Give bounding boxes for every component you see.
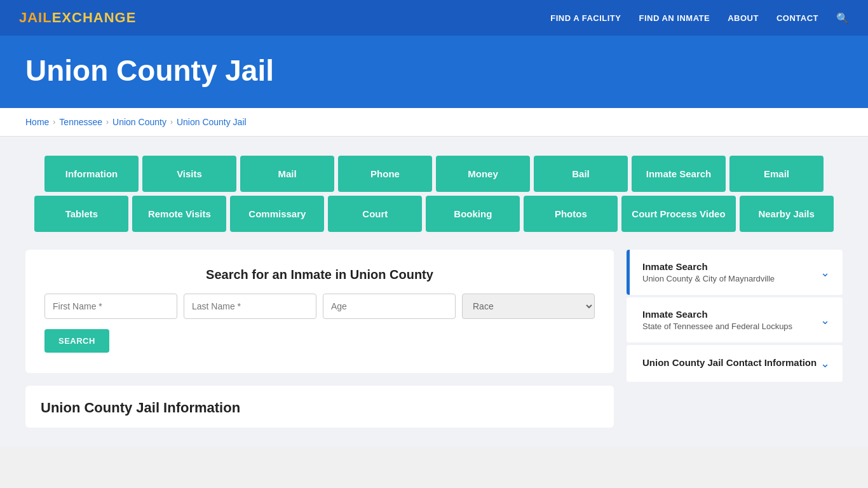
tile-nearby-jails[interactable]: Nearby Jails — [740, 196, 834, 232]
logo-jail: JAIL — [19, 10, 52, 25]
main-content: Information Visits Mail Phone Money Bail… — [0, 137, 868, 447]
left-panel: Search for an Inmate in Union County Rac… — [25, 250, 614, 428]
tile-commissary[interactable]: Commissary — [230, 196, 324, 232]
tile-information[interactable]: Information — [44, 156, 139, 192]
nav-contact[interactable]: CONTACT — [776, 13, 818, 23]
nav-about[interactable]: ABOUT — [728, 13, 759, 23]
info-section: Union County Jail Information — [25, 386, 614, 428]
first-name-input[interactable] — [44, 294, 177, 319]
sidebar-card-title-2: Inmate Search — [642, 309, 792, 320]
site-logo[interactable]: JAILEXCHANGE — [19, 10, 136, 26]
navbar: JAILEXCHANGE FIND A FACILITY FIND AN INM… — [0, 0, 868, 36]
hero-section: Union County Jail — [0, 36, 868, 108]
sidebar-card-contact-info[interactable]: Union County Jail Contact Information ⌄ — [627, 345, 843, 382]
search-heading: Search for an Inmate in Union County — [44, 268, 595, 282]
logo-exchange: EXCHANGE — [52, 10, 137, 25]
chevron-down-icon-1: ⌄ — [820, 266, 830, 280]
tile-grid: Information Visits Mail Phone Money Bail… — [25, 156, 843, 232]
sidebar-card-inmate-search-state[interactable]: Inmate Search State of Tennessee and Fed… — [627, 297, 843, 342]
tile-court-process-video[interactable]: Court Process Video — [621, 196, 735, 232]
race-select[interactable]: Race White Black Hispanic Asian Other — [462, 294, 595, 319]
breadcrumb-sep-1: › — [53, 118, 55, 126]
tile-booking[interactable]: Booking — [426, 196, 520, 232]
breadcrumb-union-county-jail[interactable]: Union County Jail — [177, 117, 247, 127]
breadcrumb-sep-2: › — [106, 118, 109, 126]
breadcrumb-tennessee[interactable]: Tennessee — [59, 117, 102, 127]
search-icon[interactable]: 🔍 — [836, 12, 849, 24]
sidebar-card-subtitle-1: Union County & City of Maynardville — [642, 274, 775, 283]
content-area: Search for an Inmate in Union County Rac… — [25, 250, 843, 428]
chevron-down-icon-3: ⌄ — [820, 356, 830, 370]
tile-visits[interactable]: Visits — [142, 156, 236, 192]
breadcrumb: Home › Tennessee › Union County › Union … — [0, 108, 868, 137]
tile-mail[interactable]: Mail — [240, 156, 334, 192]
sidebar-card-title-1: Inmate Search — [642, 261, 775, 272]
tile-inmate-search[interactable]: Inmate Search — [632, 156, 726, 192]
tile-bail[interactable]: Bail — [534, 156, 628, 192]
search-button[interactable]: SEARCH — [44, 329, 109, 353]
tile-phone[interactable]: Phone — [338, 156, 432, 192]
nav-find-inmate[interactable]: FIND AN INMATE — [639, 13, 710, 23]
tile-photos[interactable]: Photos — [524, 196, 618, 232]
sidebar-card-inmate-search-local[interactable]: Inmate Search Union County & City of May… — [627, 250, 843, 295]
info-section-title: Union County Jail Information — [41, 400, 599, 416]
sidebar-card-subtitle-2: State of Tennessee and Federal Lockups — [642, 322, 792, 331]
breadcrumb-home[interactable]: Home — [25, 117, 49, 127]
tile-tablets[interactable]: Tablets — [34, 196, 128, 232]
chevron-down-icon-2: ⌄ — [820, 313, 830, 327]
tile-email[interactable]: Email — [729, 156, 824, 192]
last-name-input[interactable] — [184, 294, 316, 319]
page-title: Union County Jail — [25, 53, 843, 88]
tile-remote-visits[interactable]: Remote Visits — [132, 196, 226, 232]
breadcrumb-sep-3: › — [170, 118, 173, 126]
age-input[interactable] — [323, 294, 456, 319]
breadcrumb-union-county[interactable]: Union County — [112, 117, 166, 127]
nav-links: FIND A FACILITY FIND AN INMATE ABOUT CON… — [550, 12, 849, 24]
tile-court[interactable]: Court — [328, 196, 422, 232]
tile-money[interactable]: Money — [436, 156, 530, 192]
search-fields: Race White Black Hispanic Asian Other — [44, 294, 595, 319]
right-sidebar: Inmate Search Union County & City of May… — [627, 250, 843, 384]
sidebar-card-title-3: Union County Jail Contact Information — [642, 357, 817, 368]
inmate-search-box: Search for an Inmate in Union County Rac… — [25, 250, 614, 373]
nav-find-facility[interactable]: FIND A FACILITY — [550, 13, 621, 23]
